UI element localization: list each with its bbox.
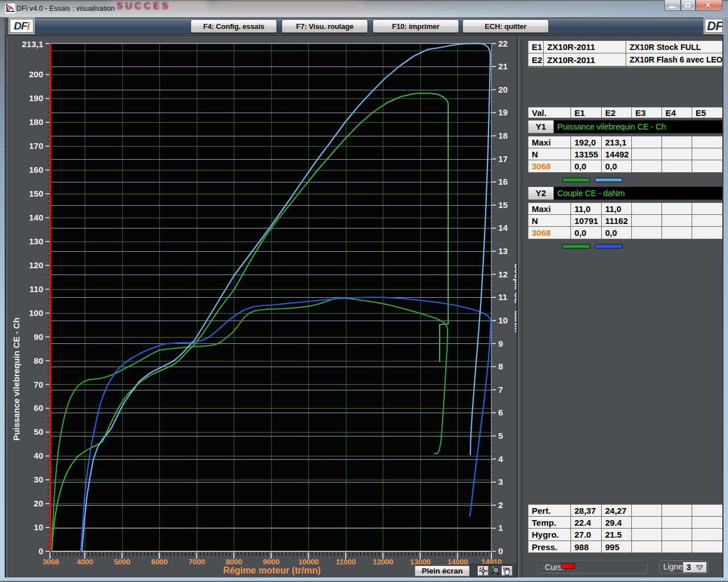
svg-text:22: 22 bbox=[498, 39, 508, 48]
svg-text:213,1: 213,1 bbox=[22, 39, 43, 49]
svg-text:150: 150 bbox=[29, 189, 43, 198]
svg-text:12: 12 bbox=[498, 269, 508, 279]
svg-text:8000: 8000 bbox=[226, 558, 242, 566]
svg-text:40: 40 bbox=[34, 451, 43, 460]
svg-text:2: 2 bbox=[498, 500, 503, 510]
svg-text:30: 30 bbox=[34, 475, 43, 484]
svg-text:1: 1 bbox=[498, 523, 503, 533]
svg-text:13000: 13000 bbox=[410, 558, 431, 566]
svg-text:20: 20 bbox=[34, 498, 43, 508]
svg-text:4000: 4000 bbox=[77, 558, 93, 566]
svg-text:20: 20 bbox=[498, 85, 508, 94]
svg-text:10: 10 bbox=[498, 315, 508, 325]
svg-text:10: 10 bbox=[34, 522, 43, 532]
svg-text:10000: 10000 bbox=[298, 558, 318, 566]
svg-text:Puissance vilebrequin CE - Ch: Puissance vilebrequin CE - Ch bbox=[11, 318, 21, 441]
svg-text:130: 130 bbox=[29, 236, 43, 246]
svg-text:18: 18 bbox=[498, 131, 508, 140]
svg-text:6: 6 bbox=[498, 408, 503, 417]
svg-text:140: 140 bbox=[29, 213, 43, 222]
svg-text:6000: 6000 bbox=[151, 558, 168, 566]
svg-text:11000: 11000 bbox=[336, 558, 355, 566]
svg-text:Régime moteur (tr/mn): Régime moteur (tr/mn) bbox=[223, 566, 321, 575]
svg-text:4: 4 bbox=[498, 454, 503, 464]
svg-text:5000: 5000 bbox=[114, 558, 130, 566]
svg-text:7000: 7000 bbox=[188, 558, 205, 566]
svg-text:160: 160 bbox=[29, 165, 43, 174]
svg-text:0: 0 bbox=[498, 546, 503, 556]
svg-text:14000: 14000 bbox=[447, 558, 468, 566]
svg-text:3068: 3068 bbox=[43, 558, 60, 566]
svg-text:14: 14 bbox=[498, 223, 508, 232]
svg-text:200: 200 bbox=[29, 69, 43, 79]
svg-text:5: 5 bbox=[498, 431, 503, 440]
svg-text:110: 110 bbox=[30, 284, 43, 294]
svg-text:70: 70 bbox=[34, 380, 43, 389]
svg-text:11: 11 bbox=[498, 292, 507, 302]
svg-text:19: 19 bbox=[498, 107, 508, 117]
svg-text:50: 50 bbox=[34, 427, 43, 436]
svg-text:9: 9 bbox=[498, 339, 503, 348]
svg-text:0: 0 bbox=[39, 546, 43, 556]
svg-text:80: 80 bbox=[34, 356, 43, 365]
svg-text:12000: 12000 bbox=[373, 558, 393, 566]
svg-text:100: 100 bbox=[29, 308, 43, 318]
svg-text:90: 90 bbox=[34, 332, 43, 342]
svg-text:170: 170 bbox=[29, 141, 43, 151]
svg-text:8: 8 bbox=[498, 361, 503, 371]
svg-text:16: 16 bbox=[498, 177, 508, 186]
svg-text:60: 60 bbox=[34, 403, 43, 413]
svg-text:120: 120 bbox=[29, 260, 43, 270]
svg-text:190: 190 bbox=[29, 93, 43, 103]
svg-text:13: 13 bbox=[498, 246, 508, 256]
svg-text:180: 180 bbox=[29, 117, 43, 127]
svg-text:3: 3 bbox=[498, 477, 503, 487]
svg-text:17: 17 bbox=[498, 154, 508, 164]
svg-text:15: 15 bbox=[498, 200, 508, 210]
svg-text:9000: 9000 bbox=[263, 558, 279, 566]
svg-text:7: 7 bbox=[498, 385, 503, 394]
svg-text:21: 21 bbox=[498, 61, 508, 71]
